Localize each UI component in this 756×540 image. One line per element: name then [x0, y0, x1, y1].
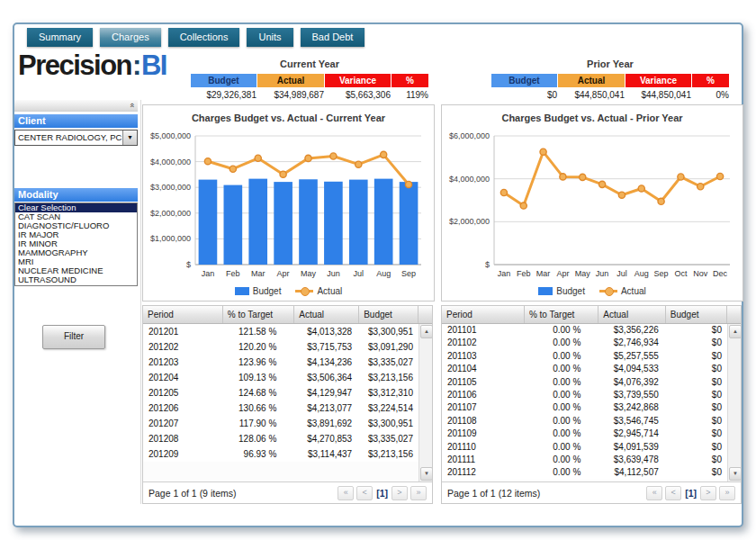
actual-point	[405, 181, 411, 187]
cell-pct-to-target: 0.00 %	[525, 454, 598, 466]
actual-point	[305, 155, 311, 161]
cell-budget: $0	[666, 466, 727, 479]
actual-point	[381, 151, 387, 158]
kpi-header-variance: Variance	[325, 74, 391, 87]
cell-pct-to-target: 121.58 %	[223, 324, 295, 339]
table-row[interactable]: 2011100.00 %$4,091,539$0	[442, 441, 727, 454]
table-row[interactable]: 2011020.00 %$2,746,934$0	[442, 337, 727, 349]
column-header-period[interactable]: Period	[442, 306, 525, 323]
cell-pct-to-target: 0.00 %	[525, 363, 598, 375]
table-rows: 201201121.58 %$4,013,328$3,300,951201202…	[143, 324, 418, 462]
column-header-budget[interactable]: Budget	[359, 306, 418, 323]
table-row[interactable]: 2011010.00 %$3,356,226$0	[442, 324, 727, 337]
pager-next-button[interactable]: >	[700, 486, 716, 500]
table-row[interactable]: 20120996.93 %$3,114,437$3,213,156	[143, 446, 418, 462]
table-row[interactable]: 201201121.58 %$4,013,328$3,300,951	[143, 324, 418, 339]
table-row[interactable]: 201206130.66 %$4,213,077$3,224,514	[143, 400, 418, 416]
pager-first-button[interactable]: «	[338, 486, 354, 500]
actual-point	[255, 155, 261, 161]
actual-point	[204, 158, 211, 165]
filter-button[interactable]: Filter	[42, 325, 105, 349]
cell-budget: $3,300,951	[359, 324, 418, 339]
pager-prev-button[interactable]: <	[356, 486, 373, 500]
client-combobox[interactable]: CENTER RADIOLOGY, PC ▼	[14, 130, 138, 146]
column-header-period[interactable]: Period	[143, 306, 223, 323]
table-row[interactable]: 201202120.20 %$3,715,753$3,091,290	[143, 339, 418, 355]
x-axis-labels: JanFebMarAprMayJunJulAugSep	[202, 269, 416, 278]
pager-last-button[interactable]: »	[410, 486, 427, 500]
budget-bar	[374, 179, 393, 265]
scroll-down-icon[interactable]: ▼	[420, 467, 432, 481]
cell-period: 201104	[442, 363, 525, 375]
table-row[interactable]: 2011110.00 %$3,639,478$0	[442, 454, 727, 466]
kpi-value-pct: 0%	[692, 87, 729, 100]
tab-collections[interactable]: Collections	[168, 28, 240, 47]
kpi-value-row: $29,326,381$34,989,687$5,663,306119%	[191, 87, 428, 100]
pager-current-page[interactable]: [1]	[684, 488, 698, 499]
column-header-actual[interactable]: Actual	[598, 306, 665, 323]
legend-budget-swatch	[538, 287, 553, 295]
scroll-down-icon[interactable]: ▼	[729, 467, 741, 481]
budget-bar	[349, 180, 368, 265]
table-row[interactable]: 2011090.00 %$2,945,714$0	[442, 428, 727, 440]
tab-charges[interactable]: Charges	[100, 28, 161, 47]
x-tick-label: Apr	[277, 269, 290, 278]
tab-units[interactable]: Units	[247, 28, 292, 47]
legend-actual-swatch	[599, 290, 617, 292]
cell-actual: $5,257,555	[598, 350, 665, 363]
kpi-title-current-year: Current Year	[191, 58, 428, 69]
actual-point	[330, 153, 337, 159]
table-footer: Page 1 of 1 (12 items) «<[1]>»	[442, 482, 741, 503]
tab-bad-debt[interactable]: Bad Debt	[301, 28, 365, 47]
pager-next-button[interactable]: >	[392, 486, 408, 500]
table-row[interactable]: 201203123.96 %$4,134,236$3,335,027	[143, 355, 418, 370]
budget-bar	[199, 180, 218, 265]
client-combobox-value: CENTER RADIOLOGY, PC	[15, 130, 122, 145]
sidebar-divider	[140, 100, 141, 504]
actual-point	[500, 189, 507, 195]
current-year-chart-panel: $$1,000,000$2,000,000$3,000,000$4,000,00…	[142, 104, 435, 302]
table-row[interactable]: 201204109.13 %$3,506,364$3,213,156	[143, 370, 418, 385]
table-row[interactable]: 2011070.00 %$3,242,868$0	[442, 401, 727, 414]
pager: «<[1]>»	[338, 486, 427, 500]
table-row[interactable]: 2011120.00 %$4,112,507$0	[442, 466, 727, 479]
actual-point	[598, 181, 605, 187]
table-row[interactable]: 201207117.90 %$3,891,692$3,300,951	[143, 416, 418, 431]
cell-budget: $0	[666, 428, 727, 440]
collapse-sidebar-icon[interactable]: «	[127, 103, 136, 107]
logo-text-bi: BI	[141, 50, 166, 81]
column-header-actual[interactable]: Actual	[294, 306, 359, 323]
table-row[interactable]: 2011040.00 %$4,094,533$0	[442, 363, 727, 375]
table-row[interactable]: 2011060.00 %$3,739,550$0	[442, 389, 727, 401]
x-tick-label: Nov	[693, 269, 708, 278]
cell-pct-to-target: 0.00 %	[525, 441, 598, 454]
kpi-prior-year: Prior Year BudgetActualVariance% $0$44,8…	[491, 58, 729, 100]
dropdown-arrow-icon[interactable]: ▼	[122, 130, 137, 145]
tab-summary[interactable]: Summary	[27, 28, 93, 47]
table-header-row: Period% to TargetActualBudget	[143, 306, 432, 324]
column-header-pct-to-target[interactable]: % to Target	[525, 306, 598, 323]
vertical-scrollbar[interactable]: ▲ ▼	[418, 324, 432, 482]
scroll-up-icon[interactable]: ▲	[420, 325, 432, 338]
pager-prev-button[interactable]: <	[665, 486, 681, 500]
table-row[interactable]: 2011080.00 %$3,546,745$0	[442, 415, 727, 428]
vertical-scrollbar[interactable]: ▲ ▼	[727, 324, 741, 482]
cell-period: 201106	[442, 389, 525, 401]
kpi-header-pct: %	[392, 74, 428, 87]
modality-option-mammography[interactable]: MAMMOGRAPHY	[15, 248, 137, 257]
pager-first-button[interactable]: «	[646, 486, 662, 500]
table-row[interactable]: 201208128.06 %$4,270,853$3,335,027	[143, 431, 418, 446]
column-header-pct-to-target[interactable]: % to Target	[223, 306, 295, 323]
table-row[interactable]: 201205124.68 %$4,129,947$3,312,310	[143, 385, 418, 400]
actual-point	[520, 202, 526, 209]
table-row[interactable]: 2011050.00 %$4,076,392$0	[442, 376, 727, 389]
scroll-up-icon[interactable]: ▲	[729, 325, 741, 338]
cell-period: 201112	[442, 466, 525, 479]
pager-last-button[interactable]: »	[719, 486, 735, 500]
pager-current-page[interactable]: [1]	[375, 488, 389, 499]
modality-option-ultrasound[interactable]: ULTRASOUND	[15, 275, 137, 284]
table-row[interactable]: 2011030.00 %$5,257,555$0	[442, 350, 727, 363]
column-header-budget[interactable]: Budget	[666, 306, 727, 323]
cell-pct-to-target: 0.00 %	[525, 350, 598, 363]
prior-year-chart-panel: $$2,000,000$4,000,000$6,000,000JanFebMar…	[441, 104, 743, 302]
